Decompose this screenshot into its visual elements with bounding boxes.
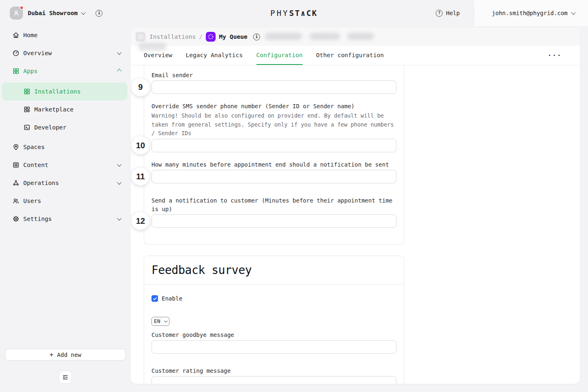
- breadcrumb: Installations / My Queue i: [131, 28, 580, 46]
- field-help-text: Warning! Should be also configured on pr…: [151, 111, 396, 138]
- sidebar-item-users[interactable]: Users: [0, 192, 131, 210]
- gear-icon: [12, 215, 20, 223]
- notification-dot: [20, 6, 24, 10]
- app-info-icon[interactable]: i: [253, 33, 260, 40]
- sidebar-item-label: Installations: [34, 88, 118, 95]
- tab-legacy-analytics[interactable]: Legacy Analytics: [186, 46, 243, 65]
- sidebar-nav: Home Overview Apps Installations Marketp…: [0, 26, 131, 392]
- sidebar-item-label: Apps: [23, 68, 118, 74]
- goodbye-message-input[interactable]: [151, 340, 396, 354]
- logo-text-bold: ST∧CK: [289, 9, 318, 18]
- field-label: Customer rating message: [151, 367, 396, 375]
- field-label: Email sender: [151, 71, 396, 80]
- org-info-icon[interactable]: i: [96, 10, 102, 17]
- breadcrumb-section[interactable]: Installations: [149, 33, 196, 40]
- top-bar: PHYST∧CK Dubai Showroom i ? Help john.sm…: [0, 0, 588, 26]
- sidebar-item-marketplace[interactable]: Marketplace: [0, 100, 131, 118]
- user-email[interactable]: john.smith@phygrid.com: [492, 10, 568, 16]
- rating-message-input[interactable]: [151, 376, 396, 384]
- chevron-up-icon[interactable]: [117, 69, 121, 73]
- sidebar-item-label: Home: [23, 32, 121, 38]
- installations-grid-icon: [23, 88, 31, 95]
- sidebar-item-label: Operations: [23, 180, 118, 186]
- feedback-survey-header: Feedback survey: [144, 256, 404, 285]
- tab-more-menu[interactable]: ...: [548, 50, 562, 58]
- breadcrumb-app-name: My Queue: [219, 33, 247, 40]
- org-switcher[interactable]: Dubai Showroom i: [10, 0, 102, 26]
- step-number-badge: 12: [131, 212, 149, 230]
- collapse-sidebar-button[interactable]: [59, 371, 72, 384]
- enable-checkbox[interactable]: [151, 295, 158, 302]
- map-pin-icon: [12, 143, 20, 151]
- sidebar-item-label: Content: [23, 162, 118, 168]
- sidebar-item-spaces[interactable]: Spaces: [0, 138, 131, 156]
- breadcrumb-separator: /: [199, 33, 203, 40]
- customer-notification-input[interactable]: [151, 214, 396, 228]
- sidebar-item-label: Developer: [34, 124, 121, 131]
- sidebar-item-overview[interactable]: Overview: [0, 44, 131, 62]
- marketplace-icon: [23, 106, 31, 113]
- collapse-icon: [62, 374, 69, 381]
- redacted-text: [138, 43, 167, 51]
- sidebar-item-label: Users: [23, 198, 121, 204]
- chevron-down-icon[interactable]: [117, 162, 121, 167]
- chevron-down-icon[interactable]: [81, 10, 86, 15]
- redacted-text: [310, 33, 340, 40]
- language-selected-value: EN: [154, 318, 160, 324]
- sms-sender-input[interactable]: [151, 139, 396, 152]
- form-field-goodbye-message: Customer goodbye message: [151, 331, 396, 354]
- redacted-text: [265, 33, 302, 40]
- gauge-icon: [12, 49, 20, 57]
- sidebar-item-label: Spaces: [23, 144, 121, 150]
- form-field-sms-sender: Override SMS sender phone number (Sender…: [151, 102, 396, 152]
- section-title: Feedback survey: [151, 263, 396, 277]
- tab-configuration[interactable]: Configuration: [256, 46, 303, 65]
- add-new-label: Add new: [57, 352, 81, 358]
- add-new-button[interactable]: + Add new: [5, 349, 126, 361]
- my-queue-app-icon: [206, 32, 216, 42]
- step-number-badge: 11: [131, 167, 149, 185]
- org-avatar[interactable]: [10, 7, 23, 20]
- chevron-down-icon[interactable]: [571, 10, 575, 15]
- configuration-content: Email sender 9 Override SMS sender phone…: [131, 65, 580, 384]
- home-icon: [12, 31, 20, 39]
- user-menu[interactable]: john.smith@phygrid.com: [474, 0, 588, 26]
- dotted-circle-icon: [207, 33, 215, 41]
- enable-checkbox-row: Enable: [151, 294, 396, 303]
- chevron-down-icon[interactable]: [117, 216, 121, 220]
- plus-icon: +: [49, 351, 53, 359]
- grid-icon: [138, 35, 143, 39]
- help-button[interactable]: ? Help: [436, 0, 460, 26]
- installations-chip-icon: [136, 32, 145, 42]
- sidebar-item-content[interactable]: Content: [0, 156, 131, 174]
- step-number-badge: 9: [131, 78, 149, 96]
- chevron-down-icon: [164, 319, 167, 322]
- sidebar-item-home[interactable]: Home: [0, 26, 131, 44]
- person-icon: [13, 9, 20, 17]
- notification-settings-card: Email sender 9 Override SMS sender phone…: [144, 65, 404, 245]
- form-field-rating-message: Customer rating message: [151, 367, 396, 384]
- enable-label[interactable]: Enable: [162, 295, 183, 302]
- form-field-customer-notification: Send a notification to customer (Minutes…: [151, 196, 396, 228]
- field-label: How many minutes before appointment end …: [151, 160, 396, 169]
- help-label[interactable]: Help: [446, 10, 460, 16]
- org-name[interactable]: Dubai Showroom: [28, 10, 78, 16]
- logo-text-light: PHY: [270, 9, 289, 18]
- chevron-down-icon[interactable]: [117, 50, 121, 55]
- field-label: Send a notification to customer (Minutes…: [151, 196, 396, 214]
- chevron-down-icon[interactable]: [117, 180, 121, 185]
- sidebar-item-apps[interactable]: Apps: [0, 62, 131, 80]
- sidebar-item-label: Marketplace: [34, 106, 121, 113]
- form-field-minutes-before-end: How many minutes before appointment end …: [151, 160, 396, 183]
- tab-other-configuration[interactable]: Other configuration: [316, 46, 384, 65]
- language-select[interactable]: EN: [151, 317, 169, 326]
- sidebar-item-settings[interactable]: Settings: [0, 210, 131, 228]
- sidebar-item-developer[interactable]: Developer: [0, 118, 131, 136]
- email-sender-input[interactable]: [151, 80, 396, 94]
- sidebar-item-label: Overview: [23, 50, 118, 56]
- sidebar-item-operations[interactable]: Operations: [0, 174, 131, 192]
- minutes-before-end-input[interactable]: [151, 170, 396, 183]
- sidebar-item-installations[interactable]: Installations: [2, 82, 127, 100]
- users-icon: [12, 197, 20, 205]
- sidebar-item-label: Settings: [23, 216, 118, 222]
